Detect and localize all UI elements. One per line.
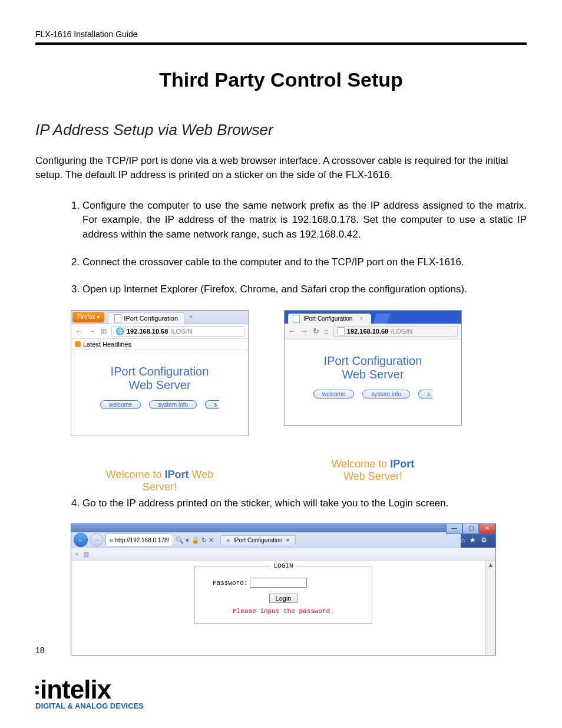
firefox-tab[interactable]: IPort Configuration — [108, 312, 184, 324]
close-icon[interactable]: × — [75, 551, 78, 558]
firefox-address-bar[interactable]: 🌐 192.168.10.68/LOGIN — [111, 326, 244, 337]
chrome-address-bar[interactable]: 192.168.10.68/LOGIN — [333, 326, 458, 337]
iport-title: IPort ConfigurationWeb Server — [285, 354, 461, 381]
header-guide-title: FLX-1616 Installation Guide — [35, 29, 527, 39]
close-icon[interactable]: × — [286, 537, 289, 543]
section-subtitle: IP Address Setup via Web Browser — [35, 121, 527, 139]
login-button[interactable]: Login — [269, 594, 298, 603]
favorites-icon[interactable]: ★ — [470, 536, 476, 544]
home-icon[interactable]: ⌂ — [324, 327, 329, 335]
url-path: /LOGIN — [391, 328, 412, 335]
firefox-welcome-text: Welcome to IPort Web Server! — [71, 469, 249, 493]
scroll-up-icon[interactable]: ▲ — [486, 561, 495, 569]
iport-title: IPort ConfigurationWeb Server — [71, 365, 248, 392]
nav-partial[interactable]: s — [205, 400, 219, 409]
firefox-new-tab[interactable]: + — [184, 311, 197, 324]
ie-url-text: http://192.168.0.178/ — [115, 537, 170, 543]
rss-icon — [75, 341, 81, 347]
close-icon[interactable]: × — [359, 315, 363, 322]
steps-list-cont: Go to the IP address printed on the stic… — [35, 496, 527, 511]
close-button[interactable]: ✕ — [479, 523, 495, 534]
step-1: Configure the computer to use the same n… — [82, 199, 527, 242]
logo-tagline: DIGITAL & ANALOG DEVICES — [35, 701, 144, 710]
back-icon[interactable]: ← — [288, 327, 296, 335]
forward-icon[interactable]: → — [88, 327, 96, 336]
forward-icon[interactable]: → — [300, 327, 308, 335]
nav-welcome[interactable]: welcome — [100, 400, 141, 409]
globe-icon: 🌐 — [115, 327, 124, 335]
step-4: Go to the IP address printed on the stic… — [82, 496, 527, 511]
nav-system-info[interactable]: system info — [362, 390, 410, 398]
firefox-menu-button[interactable]: Firefox ▾ — [72, 312, 104, 322]
minimize-button[interactable]: — — [446, 523, 462, 534]
page-icon — [338, 327, 345, 335]
login-error: Please input the password. — [213, 608, 354, 615]
ie-e-icon: e — [110, 537, 113, 543]
ie-back-button[interactable]: ← — [74, 533, 88, 547]
history-icon[interactable]: ▥ — [101, 327, 107, 335]
firefox-mockup: Firefox ▾ IPort Configuration + ← → ▥ 🌐 … — [71, 310, 249, 493]
url-path: /LOGIN — [170, 328, 192, 335]
nav-welcome[interactable]: welcome — [313, 390, 354, 398]
bookmark-latest-headlines[interactable]: Latest Headlines — [83, 341, 131, 348]
page-title: Third Party Control Setup — [35, 68, 527, 91]
scrollbar[interactable]: ▲ — [485, 561, 495, 655]
password-label: Password: — [213, 579, 247, 587]
back-icon[interactable]: ← — [75, 327, 83, 336]
ie-tab-label: IPort Configuration — [233, 537, 282, 543]
ie-tab[interactable]: e IPort Configuration × — [220, 535, 296, 545]
intro-paragraph: Configuring the TCP/IP port is done via … — [35, 154, 527, 182]
intelix-logo: intelix DIGITAL & ANALOG DEVICES — [35, 678, 144, 710]
ie-forward-button[interactable]: → — [90, 533, 103, 546]
step-2: Connect the crossover cable to the compu… — [82, 255, 527, 270]
chrome-new-tab[interactable] — [373, 314, 391, 324]
page-icon — [293, 315, 300, 323]
url-host: 192.168.10.68 — [347, 328, 388, 335]
steps-list: Configure the computer to use the same n… — [35, 199, 527, 297]
page-number: 18 — [35, 645, 45, 655]
ie-e-icon: e — [227, 537, 230, 543]
firefox-tab-label: IPort Configuration — [124, 315, 178, 322]
nav-partial[interactable]: s — [418, 390, 432, 398]
chrome-tab[interactable]: IPort Configuration × — [288, 314, 371, 324]
header-rule — [35, 42, 527, 45]
ie-mockup: — ▢ ✕ ← → e http://192.168.0.178/ 🔍 ▾🔒 ↻… — [71, 523, 496, 655]
ie-address-bar[interactable]: e http://192.168.0.178/ — [105, 533, 173, 546]
chrome-mockup: IPort Configuration × ← → ↻ ⌂ 192.168.10… — [284, 310, 462, 493]
password-input[interactable] — [250, 578, 307, 588]
maximize-button[interactable]: ▢ — [462, 523, 479, 534]
login-legend: LOGIN — [270, 562, 296, 569]
step-3: Open up Internet Explorer (Firefox, Chro… — [82, 282, 527, 297]
ie-search-controls[interactable]: 🔍 ▾🔒 ↻ ✕ — [176, 536, 214, 544]
login-panel: LOGIN Password: Login Please input the p… — [194, 566, 372, 624]
toolbar-grip-icon: ▥ — [83, 551, 89, 558]
chrome-tab-label: IPort Configuration — [303, 315, 352, 322]
nav-system-info[interactable]: system info — [149, 400, 197, 409]
page-icon — [114, 314, 121, 322]
chrome-welcome-text: Welcome to IPort Web Server! — [284, 458, 462, 483]
gear-icon[interactable]: ⚙ — [481, 536, 487, 544]
home-icon[interactable]: ⌂ — [461, 536, 465, 544]
reload-icon[interactable]: ↻ — [313, 327, 319, 335]
url-host: 192.168.10.68 — [127, 328, 168, 335]
